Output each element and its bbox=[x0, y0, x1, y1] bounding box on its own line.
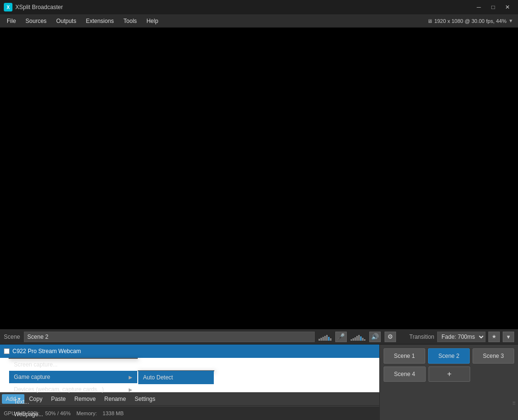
minimize-button[interactable]: ─ bbox=[472, 2, 485, 12]
source-label: C922 Pro Stream Webcam bbox=[12, 348, 81, 355]
game-capture-label: Game capture bbox=[14, 374, 50, 380]
mic-button[interactable]: 🎤 bbox=[335, 332, 347, 342]
menu-file[interactable]: File bbox=[2, 16, 21, 26]
auto-detect-label: Auto Detect bbox=[143, 374, 173, 381]
app-logo: X bbox=[4, 3, 12, 11]
scene-2-button[interactable]: Scene 2 bbox=[428, 348, 470, 364]
text-label: Text... bbox=[14, 398, 29, 405]
dropdown-webpage[interactable]: Webpage... bbox=[9, 408, 137, 420]
scene-row-2: Scene 4 + bbox=[384, 366, 514, 382]
transition-select[interactable]: Fade: 700ms bbox=[437, 332, 485, 342]
menubar: File Sources Outputs Extensions Tools He… bbox=[0, 14, 518, 28]
menu-outputs[interactable]: Outputs bbox=[51, 16, 81, 26]
titlebar: X XSplit Broadcaster ─ □ ✕ bbox=[0, 0, 518, 14]
screen-capture-label: Screen capture... bbox=[14, 361, 57, 368]
maximize-button[interactable]: □ bbox=[486, 2, 500, 12]
menu-help[interactable]: Help bbox=[142, 16, 163, 26]
add-dropdown-menu: Screen capture... Game capture ▶ Devices… bbox=[9, 358, 138, 359]
app-title: XSplit Broadcaster bbox=[15, 4, 472, 11]
window-controls: ─ □ ✕ bbox=[472, 2, 514, 12]
audio-meter-right bbox=[351, 333, 365, 341]
close-button[interactable]: ✕ bbox=[501, 2, 514, 12]
submenu-arrow-devices: ▶ bbox=[129, 387, 132, 392]
transition-label: Transition bbox=[409, 334, 434, 340]
resolution-display: 1920 x 1080 @ 30.00 fps, 44% bbox=[434, 18, 507, 24]
scene-bar: Scene 🎤 bbox=[0, 329, 518, 345]
menu-extensions[interactable]: Extensions bbox=[81, 16, 119, 26]
game-capture-submenu: Auto Detect bbox=[138, 370, 214, 371]
scene-row-1: Scene 1 Scene 2 Scene 3 bbox=[384, 348, 514, 364]
scene-3-button[interactable]: Scene 3 bbox=[473, 348, 514, 364]
status-bar-top: 🖥 1920 x 1080 @ 30.00 fps, 44% ▼ bbox=[422, 14, 518, 28]
audio-meter-left bbox=[319, 333, 331, 341]
devices-label: Devices (webcam, capture cards...) bbox=[14, 386, 104, 393]
webpage-label: Webpage... bbox=[14, 411, 43, 418]
speaker-button[interactable]: 🔊 bbox=[369, 332, 381, 342]
audio-settings-button[interactable]: ⚙ bbox=[385, 332, 396, 342]
scene-4-button[interactable]: Scene 4 bbox=[384, 366, 426, 382]
resolution-dropdown-arrow[interactable]: ▼ bbox=[508, 18, 513, 23]
scene-1-button[interactable]: Scene 1 bbox=[384, 348, 425, 364]
dropdown-devices[interactable]: Devices (webcam, capture cards...) ▶ bbox=[9, 383, 137, 396]
source-checkbox[interactable] bbox=[4, 348, 10, 354]
preview-canvas bbox=[0, 28, 518, 329]
transition-bar: Transition Fade: 700ms ★ ▼ bbox=[409, 332, 514, 342]
dropdown-game-capture[interactable]: Game capture ▶ bbox=[9, 371, 137, 383]
scene-name-input[interactable] bbox=[24, 332, 315, 342]
dropdown-screen-capture[interactable]: Screen capture... bbox=[9, 358, 137, 371]
transition-favorite-button[interactable]: ★ bbox=[488, 332, 500, 342]
menu-tools[interactable]: Tools bbox=[119, 16, 142, 26]
add-scene-button[interactable]: + bbox=[429, 366, 471, 382]
menu-sources[interactable]: Sources bbox=[21, 16, 51, 26]
resize-handle[interactable]: ⠿ bbox=[512, 401, 518, 407]
transition-settings-button[interactable]: ▼ bbox=[503, 332, 514, 342]
svg-text:X: X bbox=[7, 5, 10, 10]
scene-label: Scene bbox=[4, 334, 20, 340]
dropdown-text[interactable]: Text... bbox=[9, 396, 137, 408]
submenu-arrow: ▶ bbox=[129, 375, 132, 380]
submenu-auto-detect[interactable]: Auto Detect bbox=[138, 371, 214, 384]
monitor-icon: 🖥 bbox=[427, 18, 432, 24]
scene-buttons-area: Scene 1 Scene 2 Scene 3 Scene 4 + bbox=[379, 345, 518, 420]
